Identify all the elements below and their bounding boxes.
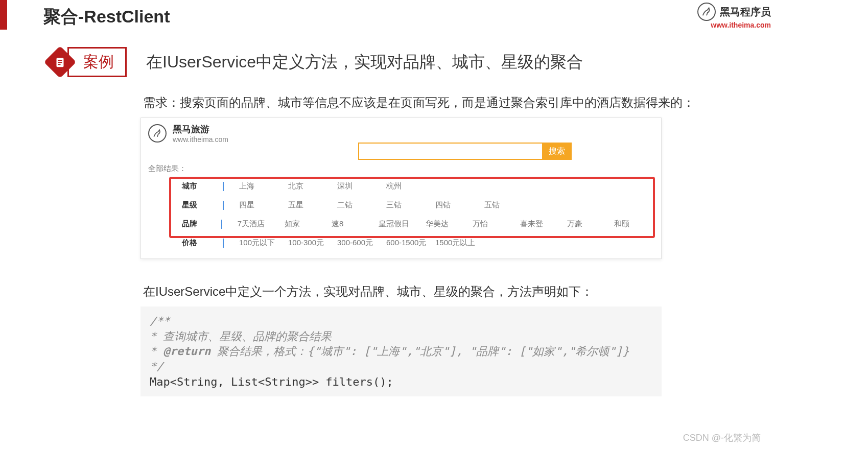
filter-row-city: 城市 上海 北京 深圳 杭州	[141, 177, 661, 196]
case-row: 案例 在IUserService中定义方法，实现对品牌、城市、星级的聚合	[49, 47, 583, 77]
panel-brand: 黑马旅游 www.itheima.com	[173, 123, 228, 144]
case-badge: 案例	[67, 47, 127, 77]
filter-option[interactable]: 杭州	[386, 181, 435, 191]
filter-row-star: 星级 四星 五星 二钻 三钻 四钻 五钻	[141, 196, 661, 215]
filter-option[interactable]: 五星	[288, 200, 337, 210]
filter-option[interactable]: 1500元以上	[435, 238, 484, 248]
panel-brand-cn: 黑马旅游	[173, 123, 228, 135]
filter-area: 城市 上海 北京 深圳 杭州 星级 四星 五星 二钻 三钻 四钻 五钻 品牌 7…	[141, 177, 661, 258]
separator-icon	[221, 220, 222, 229]
requirement-text: 需求：搜索页面的品牌、城市等信息不应该是在页面写死，而是通过聚合索引库中的酒店数…	[143, 94, 695, 111]
panel-header: 黑马旅游 www.itheima.com	[141, 118, 661, 146]
filter-option[interactable]: 三钻	[386, 200, 435, 210]
code-line: * 查询城市、星级、品牌的聚合结果	[150, 329, 652, 344]
filter-option[interactable]: 二钻	[337, 200, 386, 210]
filter-label: 价格	[182, 238, 223, 248]
filter-option[interactable]: 300-600元	[337, 238, 386, 248]
filter-option[interactable]: 北京	[288, 181, 337, 191]
filter-option[interactable]: 深圳	[337, 181, 386, 191]
filter-label: 品牌	[182, 219, 221, 229]
brand-url: www.itheima.com	[711, 21, 771, 29]
code-line: /**	[150, 314, 652, 329]
filter-label: 星级	[182, 200, 223, 210]
panel-brand-url: www.itheima.com	[173, 135, 228, 144]
search-input[interactable]	[358, 143, 542, 160]
req-body: 搜索页面的品牌、城市等信息不应该是在页面写死，而是通过聚合索引库中的酒店数据得来…	[180, 96, 695, 109]
code-line: * @return 聚合结果，格式：{"城市": ["上海","北京"], "品…	[150, 344, 652, 359]
case-heading: 在IUserService中定义方法，实现对品牌、城市、星级的聚合	[146, 51, 583, 74]
filter-option[interactable]: 100元以下	[239, 238, 288, 248]
filter-option[interactable]: 速8	[332, 219, 379, 229]
horse-icon	[697, 3, 716, 21]
search-button[interactable]: 搜索	[542, 143, 572, 160]
filter-label: 城市	[182, 181, 223, 191]
filter-option[interactable]: 600-1500元	[386, 238, 435, 248]
filter-row-brand: 品牌 7天酒店 如家 速8 皇冠假日 华美达 万怡 喜来登 万豪 和颐	[141, 215, 661, 233]
filter-option[interactable]: 如家	[285, 219, 332, 229]
separator-icon	[223, 239, 224, 248]
filter-option[interactable]: 万豪	[567, 219, 614, 229]
footer-credit: CSDN @-化繁为简	[683, 432, 761, 444]
method-description: 在IUserService中定义一个方法，实现对品牌、城市、星级的聚合，方法声明…	[143, 283, 593, 300]
filter-option[interactable]: 四钻	[435, 200, 484, 210]
browser-panel: 黑马旅游 www.itheima.com 搜索 全部结果： 城市 上海 北京 深…	[140, 117, 662, 259]
filter-option[interactable]: 上海	[239, 181, 288, 191]
panel-horse-icon	[148, 124, 167, 143]
filter-option[interactable]: 100-300元	[288, 238, 337, 248]
search-bar: 搜索	[358, 143, 572, 160]
separator-icon	[223, 201, 224, 210]
filter-option[interactable]: 7天酒店	[238, 219, 285, 229]
code-line: */	[150, 359, 652, 374]
page-title: 聚合-RestClient	[43, 5, 170, 29]
filter-option[interactable]: 五钻	[484, 200, 533, 210]
brand-cn: 黑马程序员	[720, 5, 771, 19]
filter-option[interactable]: 喜来登	[520, 219, 567, 229]
filter-option[interactable]: 四星	[239, 200, 288, 210]
filter-option[interactable]: 万怡	[473, 219, 520, 229]
separator-icon	[223, 182, 224, 191]
req-label: 需求：	[143, 96, 180, 109]
filter-option[interactable]: 皇冠假日	[379, 219, 426, 229]
filter-option[interactable]: 和颐	[614, 219, 661, 229]
code-block: /** * 查询城市、星级、品牌的聚合结果 * @return 聚合结果，格式：…	[140, 306, 662, 396]
filter-option[interactable]: 华美达	[426, 219, 473, 229]
code-line: Map<String, List<String>> filters();	[150, 374, 652, 390]
accent-bar	[0, 0, 7, 30]
brand-logo-top: 黑马程序员 www.itheima.com	[697, 3, 771, 21]
filter-row-price: 价格 100元以下 100-300元 300-600元 600-1500元 15…	[141, 233, 661, 252]
